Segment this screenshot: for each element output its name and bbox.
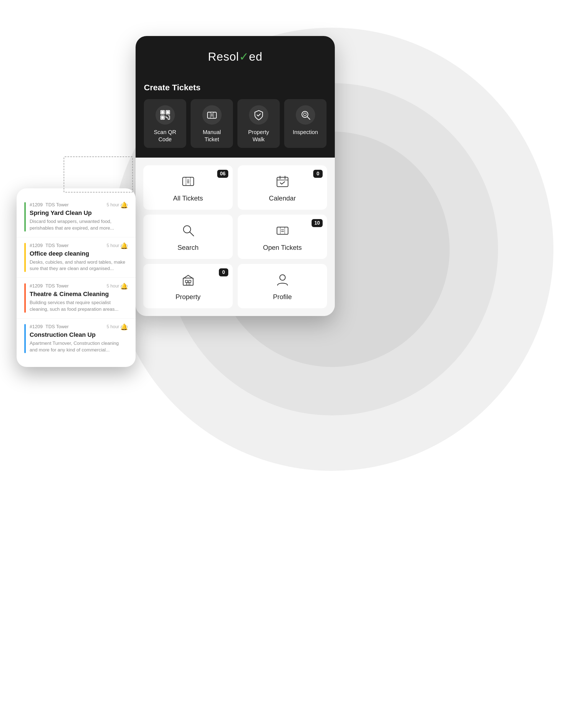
all-tickets-label: All Tickets — [173, 194, 203, 202]
open-tickets-label: Open Tickets — [263, 244, 302, 252]
ticket-item: #1209 TDS Tower 5 hour ago 🔔 Spring Yard… — [17, 196, 136, 237]
ticket-item: #1209 TDS Tower 5 hour ago 🔔 Constructio… — [17, 318, 136, 359]
ticket-id: #1209 — [30, 243, 43, 248]
manual-ticket-label: ManualTicket — [203, 129, 221, 143]
ticket-item: #1209 TDS Tower 5 hour ago 🔔 Office deep… — [17, 237, 136, 278]
create-tickets-title: Create Tickets — [144, 83, 327, 92]
calendar-label: Calendar — [269, 194, 296, 202]
calendar-card[interactable]: 0 Calendar — [238, 165, 327, 210]
scan-qr-icon-container — [156, 105, 175, 125]
svg-rect-33 — [277, 227, 288, 234]
property-walk-label: PropertyWalk — [248, 129, 269, 143]
qr-icon — [160, 109, 171, 121]
bell-icon: 🔔 — [120, 283, 128, 290]
profile-card[interactable]: Profile — [238, 264, 327, 308]
ticket-list-phone: #1209 TDS Tower 5 hour ago 🔔 Spring Yard… — [17, 188, 136, 367]
property-walk-icon-container — [249, 105, 269, 125]
grid-section: 06 All Tickets 0 — [136, 158, 335, 316]
svg-point-20 — [304, 113, 306, 116]
bell-icon: 🔔 — [120, 323, 128, 331]
open-tickets-icon — [276, 224, 289, 240]
property-icon — [181, 273, 195, 289]
scan-qr-label: Scan QRCode — [154, 129, 176, 143]
ticket-desc: Building services that require specialis… — [30, 299, 128, 313]
ticket-title: Office deep cleaning — [30, 250, 128, 257]
profile-icon — [276, 273, 289, 289]
ticket-location: TDS Tower — [46, 283, 68, 289]
create-tickets-section: Create Tickets — [136, 75, 335, 158]
svg-rect-5 — [162, 116, 164, 119]
inspection-label: Inspection — [293, 129, 318, 136]
inspection-icon — [300, 109, 311, 121]
manual-ticket-icon-container — [202, 105, 222, 125]
ticket-color-bar — [24, 324, 26, 353]
calendar-icon — [276, 175, 289, 190]
app-header: Resol✓ed — [136, 36, 335, 75]
ticket-id: #1209 — [30, 324, 43, 330]
ticket-location: TDS Tower — [46, 324, 68, 330]
svg-rect-41 — [189, 280, 191, 283]
logo-text-before: Resol — [208, 50, 239, 63]
app-logo: Resol✓ed — [147, 50, 324, 63]
ticket-meta: #1209 TDS Tower 5 hour ago 🔔 — [30, 324, 128, 330]
svg-point-31 — [184, 226, 191, 233]
svg-line-19 — [307, 116, 310, 120]
profile-label: Profile — [273, 293, 292, 301]
bell-icon: 🔔 — [120, 242, 128, 250]
ticket-color-bar — [24, 243, 26, 272]
ticket-content: #1209 TDS Tower 5 hour ago 🔔 Theatre & C… — [30, 283, 128, 313]
grid-cards: 06 All Tickets 0 — [143, 165, 327, 308]
logo-text-after: ed — [249, 50, 262, 63]
ticket-icon — [206, 109, 218, 121]
ticket-content: #1209 TDS Tower 5 hour ago 🔔 Office deep… — [30, 243, 128, 272]
property-badge: 0 — [219, 268, 228, 277]
ticket-location: TDS Tower — [46, 243, 68, 248]
bell-icon: 🔔 — [120, 202, 128, 209]
all-tickets-badge: 06 — [217, 170, 228, 178]
ticket-item: #1209 TDS Tower 5 hour ago 🔔 Theatre & C… — [17, 278, 136, 318]
manual-ticket-button[interactable]: ManualTicket — [191, 99, 233, 148]
dashed-placeholder — [64, 156, 133, 192]
ticket-desc: Discard food wrappers, unwanted food, pe… — [30, 218, 128, 232]
inspection-button[interactable]: Inspection — [284, 99, 327, 148]
ticket-meta: #1209 TDS Tower 5 hour ago 🔔 — [30, 243, 128, 248]
ticket-title: Theatre & Cinema Cleaning — [30, 291, 128, 298]
ticket-content: #1209 TDS Tower 5 hour ago 🔔 Spring Yard… — [30, 202, 128, 232]
property-card[interactable]: 0 Property — [143, 264, 233, 308]
ticket-title: Spring Yard Clean Up — [30, 209, 128, 216]
ticket-meta: #1209 TDS Tower 5 hour ago 🔔 — [30, 202, 128, 208]
svg-rect-1 — [162, 111, 164, 113]
ticket-id: #1209 — [30, 283, 43, 289]
ticket-desc: Desks, cubicles, and shard word tables, … — [30, 259, 128, 272]
ticket-location: TDS Tower — [46, 202, 68, 208]
ticket-title: Construction Clean Up — [30, 331, 128, 338]
open-tickets-card[interactable]: 10 Open Tickets — [238, 215, 327, 259]
svg-rect-3 — [167, 111, 169, 113]
svg-rect-40 — [186, 280, 188, 283]
open-tickets-badge: 10 — [312, 219, 323, 227]
property-walk-button[interactable]: PropertyWalk — [237, 99, 280, 148]
svg-line-32 — [190, 232, 194, 236]
logo-checkmark: ✓ — [239, 50, 249, 63]
scan-qr-button[interactable]: Scan QRCode — [144, 99, 186, 148]
all-tickets-card[interactable]: 06 All Tickets — [143, 165, 233, 210]
ticket-content: #1209 TDS Tower 5 hour ago 🔔 Constructio… — [30, 324, 128, 353]
shield-icon — [253, 109, 264, 121]
svg-rect-27 — [277, 177, 288, 187]
search-card[interactable]: Search — [143, 215, 233, 259]
search-icon — [181, 224, 195, 240]
ticket-meta: #1209 TDS Tower 5 hour ago 🔔 — [30, 283, 128, 289]
svg-point-44 — [280, 275, 285, 280]
ticket-color-bar — [24, 202, 26, 232]
calendar-badge: 0 — [313, 170, 323, 178]
inspection-icon-container — [296, 105, 315, 125]
main-app-card: Resol✓ed Create Tickets — [136, 36, 335, 316]
all-tickets-icon — [181, 175, 195, 190]
property-label: Property — [175, 293, 201, 301]
ticket-id: #1209 — [30, 202, 43, 208]
ticket-buttons-row: Scan QRCode ManualTicket — [144, 99, 327, 148]
search-label: Search — [177, 244, 198, 252]
ticket-color-bar — [24, 283, 26, 313]
ticket-desc: Apartment Turnover, Construction cleanin… — [30, 340, 128, 353]
